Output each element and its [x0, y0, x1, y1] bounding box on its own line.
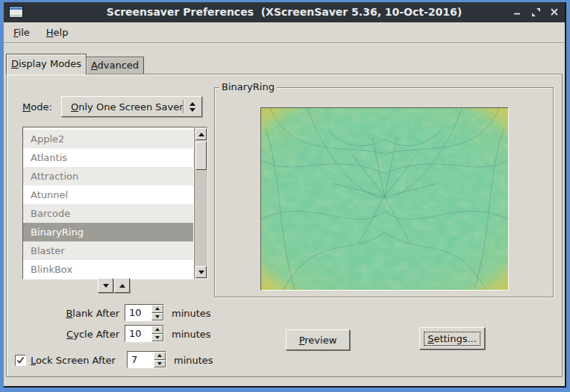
lock-after-decrement-icon[interactable]: [154, 360, 166, 368]
preview-group-title: BinaryRing: [219, 81, 277, 92]
saver-list-scrollbar[interactable]: [194, 127, 208, 279]
close-icon[interactable]: [548, 6, 560, 18]
menubar: File Help: [4, 22, 565, 43]
preview-button-label: Preview: [299, 335, 337, 346]
blank-after-label: Blank After: [22, 308, 119, 319]
lock-after-spinbox[interactable]: 7: [127, 351, 166, 368]
lock-after-increment-icon[interactable]: [154, 352, 166, 360]
blank-after-unit: minutes: [172, 308, 211, 319]
preview-button[interactable]: Preview: [286, 329, 350, 350]
list-item-blinkbox[interactable]: BlinkBox: [23, 260, 193, 279]
dropdown-arrows-icon: [184, 102, 201, 112]
binaryring-preview-image: [260, 107, 509, 291]
minimize-icon[interactable]: [511, 6, 523, 18]
list-item-atunnel[interactable]: Atunnel: [23, 186, 193, 204]
restore-icon[interactable]: [530, 6, 542, 18]
list-item-apple2[interactable]: Apple2: [23, 130, 193, 148]
move-up-button[interactable]: [114, 278, 130, 293]
blank-after-spinbox[interactable]: 10: [125, 304, 164, 321]
move-down-button[interactable]: [98, 278, 113, 293]
mode-label: Mode:: [22, 101, 52, 113]
blank-after-decrement-icon[interactable]: [151, 313, 163, 321]
menu-file[interactable]: File: [10, 25, 33, 39]
preview-group: BinaryRing: [214, 87, 554, 297]
cycle-after-label: Cycle After: [22, 329, 119, 340]
scroll-down-icon[interactable]: [195, 266, 207, 278]
list-item-barcode[interactable]: Barcode: [23, 204, 193, 223]
settings-button[interactable]: Settings...: [419, 327, 485, 350]
cycle-after-unit: minutes: [172, 329, 211, 340]
list-item-blaster[interactable]: Blaster: [23, 241, 193, 260]
window-title: Screensaver Preferences (XScreenSaver 5.…: [4, 2, 565, 22]
blank-after-value[interactable]: 10: [125, 305, 151, 320]
window-frame: Screensaver Preferences (XScreenSaver 5.…: [4, 2, 566, 388]
scroll-up-icon[interactable]: [195, 128, 207, 140]
blank-after-increment-icon[interactable]: [151, 305, 163, 313]
tab-display-modes[interactable]: Display Modes: [6, 54, 87, 75]
tab-advanced[interactable]: Advanced: [86, 57, 144, 75]
cycle-after-increment-icon[interactable]: [151, 326, 163, 334]
lock-after-label: Lock Screen After: [31, 355, 116, 366]
list-item-binaryring[interactable]: BinaryRing: [23, 223, 193, 241]
xscreensaver-window: Screensaver Preferences (XScreenSaver 5.…: [0, 0, 570, 392]
window-controls: [511, 6, 560, 18]
display-modes-panel: Mode: Only One Screen Saver Apple2Atlant…: [6, 74, 563, 377]
saver-list[interactable]: Apple2AtlantisAttractionAtunnelBarcodeBi…: [22, 127, 194, 279]
mode-select[interactable]: Only One Screen Saver: [61, 96, 202, 117]
mode-select-value: Only One Screen Saver: [62, 101, 183, 113]
titlebar[interactable]: Screensaver Preferences (XScreenSaver 5.…: [4, 2, 565, 22]
notebook: Display Modes Advanced Mode: Only One Sc…: [4, 44, 565, 386]
cycle-after-value[interactable]: 10: [125, 326, 151, 341]
settings-button-label: Settings...: [425, 332, 480, 345]
menu-help[interactable]: Help: [43, 25, 72, 39]
lock-after-unit: minutes: [174, 355, 213, 366]
cycle-after-decrement-icon[interactable]: [151, 334, 163, 342]
scrollbar-thumb[interactable]: [195, 142, 207, 170]
lock-checkbox[interactable]: [15, 355, 26, 366]
lock-after-value[interactable]: 7: [128, 352, 154, 367]
list-item-attraction[interactable]: Attraction: [23, 167, 193, 186]
list-item-atlantis[interactable]: Atlantis: [23, 148, 193, 167]
cycle-after-spinbox[interactable]: 10: [125, 325, 164, 342]
